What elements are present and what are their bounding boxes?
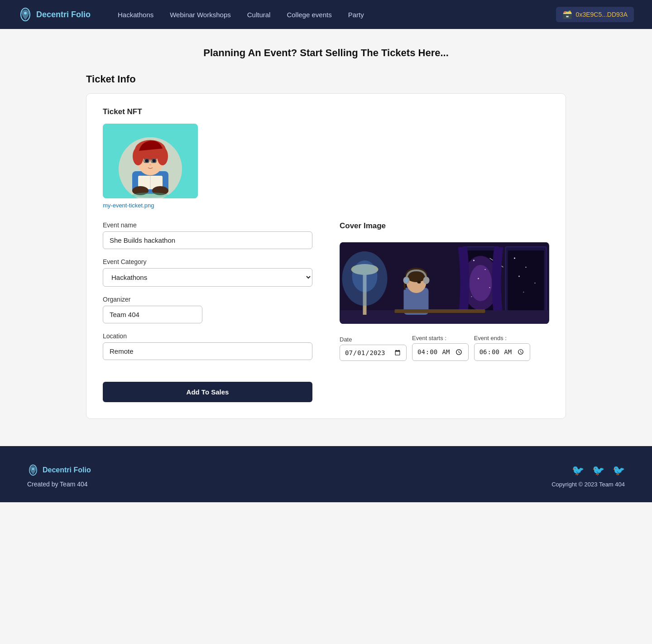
form-grid: Event name Event Category Hackathons Web… <box>103 221 549 402</box>
nft-avatar-image <box>103 124 198 198</box>
section-title: Ticket Info <box>86 73 566 85</box>
event-category-select[interactable]: Hackathons Webinar Workshops Cultural Co… <box>103 268 312 287</box>
svg-point-37 <box>478 278 479 279</box>
svg-point-10 <box>152 159 156 163</box>
event-category-label: Event Category <box>103 258 312 265</box>
date-group: Date <box>340 336 407 361</box>
svg-point-43 <box>535 283 536 284</box>
event-category-group: Event Category Hackathons Webinar Worksh… <box>103 258 312 287</box>
event-name-label: Event name <box>103 221 312 229</box>
twitter-link-1[interactable]: 🐦 <box>572 465 584 476</box>
footer-created-by: Created by Team 404 <box>27 481 91 488</box>
svg-point-60 <box>32 468 34 470</box>
organizer-group: Organizer <box>103 296 312 323</box>
date-input[interactable] <box>340 345 407 361</box>
svg-point-8 <box>157 147 168 165</box>
nav-webinar-workshops[interactable]: Webinar Workshops <box>170 11 231 19</box>
logo-icon <box>18 7 33 22</box>
svg-point-57 <box>417 281 421 284</box>
svg-rect-32 <box>508 250 544 316</box>
svg-point-40 <box>514 258 515 259</box>
nav-logo[interactable]: Decentri Folio <box>18 7 91 22</box>
cover-image-label: Cover Image <box>340 221 549 231</box>
footer-copyright: Copyright © 2023 Team 404 <box>551 481 625 488</box>
event-ends-input[interactable] <box>474 343 531 361</box>
wallet-badge[interactable]: 🗃️ 0x3E9C5...DD93A <box>556 7 634 22</box>
ticket-info-card: Ticket NFT <box>86 93 566 419</box>
cover-image-box <box>340 242 549 324</box>
nav-hackathons[interactable]: Hackathons <box>118 11 153 19</box>
svg-point-44 <box>523 292 524 293</box>
cover-image-svg <box>340 242 549 324</box>
svg-rect-58 <box>395 309 485 313</box>
location-group: Location <box>103 332 312 360</box>
svg-point-34 <box>470 265 492 301</box>
event-starts-input[interactable] <box>412 343 469 361</box>
event-name-group: Event name <box>103 221 312 249</box>
nav-cultural[interactable]: Cultural <box>247 11 271 19</box>
svg-point-50 <box>352 260 378 292</box>
footer-social-links: 🐦 🐦 🐦 <box>572 465 625 476</box>
nft-image-wrapper <box>103 124 198 198</box>
date-label: Date <box>340 336 407 343</box>
event-starts-label: Event starts : <box>412 335 469 341</box>
nft-filename: my-event-ticket.png <box>103 202 549 209</box>
form-right: Cover Image <box>340 221 549 361</box>
main-content: Planning An Event? Start Selling The Tic… <box>77 29 575 446</box>
svg-point-35 <box>473 260 475 261</box>
nav-college-events[interactable]: College events <box>287 11 331 19</box>
svg-point-1 <box>24 12 27 14</box>
twitter-link-2[interactable]: 🐦 <box>592 465 604 476</box>
organizer-input[interactable] <box>103 306 202 323</box>
twitter-link-3[interactable]: 🐦 <box>613 465 625 476</box>
footer-right: 🐦 🐦 🐦 Copyright © 2023 Team 404 <box>551 465 625 488</box>
event-ends-group: Event ends : <box>474 335 531 361</box>
svg-point-36 <box>485 269 486 270</box>
footer-logo-icon <box>27 464 39 476</box>
footer-logo: Decentri Folio <box>27 464 91 476</box>
svg-point-39 <box>471 296 472 297</box>
svg-point-56 <box>405 279 408 282</box>
svg-point-41 <box>526 267 527 268</box>
svg-point-42 <box>518 276 520 277</box>
footer-left: Decentri Folio Created by Team 404 <box>27 464 91 488</box>
location-input[interactable] <box>103 342 312 360</box>
nav-links: Hackathons Webinar Workshops Cultural Co… <box>118 11 556 19</box>
event-name-input[interactable] <box>103 231 312 249</box>
logo-text: Decentri Folio <box>36 10 91 19</box>
add-to-sales-button[interactable]: Add To Sales <box>103 382 312 402</box>
svg-point-38 <box>489 287 490 288</box>
event-ends-label: Event ends : <box>474 335 531 341</box>
organizer-label: Organizer <box>103 296 312 303</box>
page-subtitle: Planning An Event? Start Selling The Tic… <box>86 47 566 59</box>
wallet-address: 0x3E9C5...DD93A <box>576 11 628 18</box>
location-label: Location <box>103 332 312 340</box>
footer-logo-text: Decentri Folio <box>43 466 91 474</box>
svg-point-9 <box>145 159 149 163</box>
svg-point-14 <box>149 164 151 166</box>
nav-party[interactable]: Party <box>348 11 364 19</box>
ticket-nft-label: Ticket NFT <box>103 107 549 116</box>
svg-point-19 <box>132 192 168 198</box>
event-starts-group: Event starts : <box>412 335 469 361</box>
footer: Decentri Folio Created by Team 404 🐦 🐦 🐦… <box>0 446 652 502</box>
form-left: Event name Event Category Hackathons Web… <box>103 221 312 402</box>
wallet-icon: 🗃️ <box>562 10 572 19</box>
datetime-row: Date Event starts : Event ends : <box>340 335 549 361</box>
navbar: Decentri Folio Hackathons Webinar Worksh… <box>0 0 652 29</box>
svg-point-55 <box>423 277 430 284</box>
